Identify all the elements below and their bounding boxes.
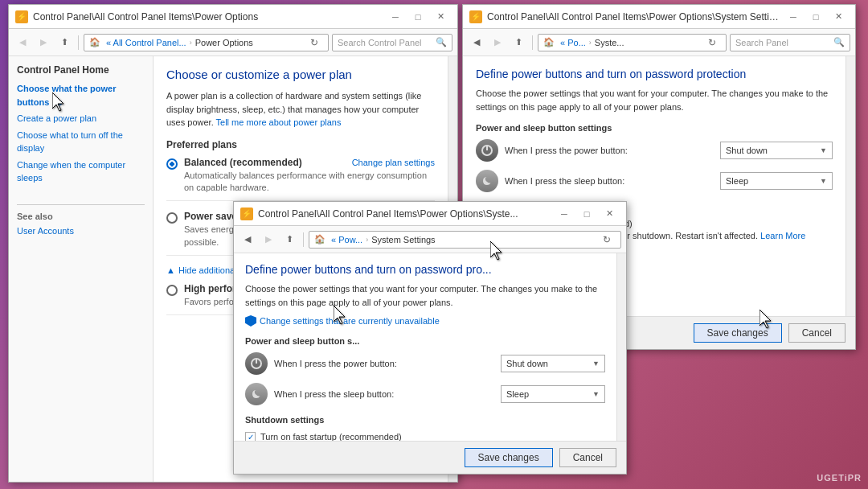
mid-fast-startup-checkbox[interactable]: ✓ [245, 432, 256, 441]
mid-power-button-row: When I press the power button: Shut down… [245, 352, 605, 375]
maximize-button[interactable]: □ [407, 9, 428, 25]
address-bar[interactable]: 🏠 « All Control Panel... › Power Options… [84, 34, 329, 51]
mid-window-controls: ─ □ ✕ [554, 206, 620, 222]
sys-back-button[interactable]: ◀ [468, 34, 485, 51]
sys-breadcrumb-start: « Po... [560, 38, 586, 47]
mid-maximize-button[interactable]: □ [576, 206, 597, 222]
breadcrumb-start: « All Control Panel... [106, 38, 186, 47]
mid-power-section-label: Power and sleep button s... [245, 336, 605, 346]
cancel-button-main[interactable]: Cancel [788, 323, 845, 343]
sidebar-link-computer-sleeps[interactable]: Change when the computer sleeps [17, 158, 145, 185]
back-button[interactable]: ◀ [14, 34, 31, 51]
mid-fast-startup-row: ✓ Turn on fast startup (recommended) Thi… [245, 431, 605, 441]
plan-radio-saver[interactable] [166, 212, 178, 224]
shield-icon [245, 315, 256, 327]
sidebar-link-display-off[interactable]: Choose what to turn off the display [17, 129, 145, 155]
mid-sleep-button-label: When I press the sleep button: [274, 389, 494, 399]
mid-minimize-button[interactable]: ─ [554, 206, 575, 222]
change-unavail-link[interactable]: Change settings that are currently unava… [245, 315, 605, 327]
power-sleep-section-label: Power and sleep button settings [476, 123, 833, 133]
mid-close-button[interactable]: ✕ [599, 206, 620, 222]
plan-radio-highperf[interactable] [166, 285, 178, 296]
power-options-toolbar: ◀ ▶ ⬆ 🏠 « All Control Panel... › Power O… [9, 29, 457, 56]
power-dropdown-arrow: ▼ [820, 146, 827, 154]
mid-power-button-dropdown[interactable]: Shut down ▼ [501, 355, 605, 372]
save-changes-button-main[interactable]: Save changes [694, 323, 782, 343]
sys-minimize-button[interactable]: ─ [783, 9, 804, 25]
system-settings-titlebar: ⚡ Control Panel\All Control Panel Items\… [463, 5, 855, 29]
plan-radio-balanced[interactable] [166, 158, 178, 170]
sleep-dropdown-arrow: ▼ [820, 177, 827, 185]
sidebar-link-create-plan[interactable]: Create a power plan [17, 112, 145, 125]
mid-forward-button[interactable]: ▶ [260, 231, 277, 249]
mid-breadcrumb-current: System Settings [371, 235, 435, 244]
sys-maximize-button[interactable]: □ [805, 9, 826, 25]
mid-window-icon: ⚡ [240, 208, 253, 220]
plan-desc-balanced: Automatically balances performance with … [184, 170, 435, 195]
plan-name-balanced: Balanced (recommended) [184, 157, 302, 168]
search-bar[interactable]: Search Control Panel 🔍 [332, 34, 452, 51]
tell-me-more-link[interactable]: Tell me more about power plans [216, 117, 342, 127]
mid-define-description: Choose the power settings that you want … [245, 282, 605, 309]
sleep-button-label: When I press the sleep button: [505, 176, 714, 186]
mid-location-icon: 🏠 [314, 234, 326, 245]
define-title: Define power buttons and turn on passwor… [476, 68, 833, 80]
sys-up-button[interactable]: ⬆ [510, 34, 527, 51]
sidebar-see-also: See also [17, 204, 145, 221]
plan-item-balanced: Balanced (recommended) Change plan setti… [166, 157, 435, 202]
sys-search-bar[interactable]: Search Panel 🔍 [730, 34, 850, 51]
system-settings-toolbar: ◀ ▶ ⬆ 🏠 « Po... › Syste... ↻ Search Pane… [463, 29, 855, 56]
mid-back-button[interactable]: ◀ [239, 231, 256, 249]
preferred-plans-label: Preferred plans [166, 139, 435, 150]
sidebar-link-user-accounts[interactable]: User Accounts [17, 224, 145, 238]
mid-toolbar: ◀ ▶ ⬆ 🏠 « Pow... › System Settings ↻ [234, 226, 626, 253]
power-options-sidebar: Control Panel Home Choose what the power… [9, 56, 154, 482]
mid-sleep-button-dropdown[interactable]: Sleep ▼ [501, 385, 605, 403]
system-settings-mid-window: ⚡ Control Panel\All Control Panel Items\… [233, 201, 627, 475]
mid-scrollbar[interactable] [616, 253, 626, 441]
breadcrumb-separator: › [190, 39, 192, 47]
refresh-button[interactable]: ↻ [305, 34, 323, 51]
close-button[interactable]: ✕ [430, 9, 451, 25]
mid-refresh-button[interactable]: ↻ [598, 231, 616, 249]
sys-search-icon: 🔍 [833, 37, 845, 47]
sys-close-button[interactable]: ✕ [828, 9, 849, 25]
sidebar-link-power-buttons[interactable]: Choose what the power buttons do [17, 82, 145, 109]
mid-body: Define power buttons and turn on passwor… [234, 253, 626, 441]
mid-sleep-button-icon [245, 383, 268, 405]
mid-address-bar[interactable]: 🏠 « Pow... › System Settings ↻ [309, 231, 621, 249]
change-plan-balanced[interactable]: Change plan settings [339, 158, 435, 167]
search-placeholder: Search Control Panel [338, 38, 422, 47]
sleep-button-dropdown[interactable]: Sleep ▼ [720, 172, 833, 190]
power-button-icon [476, 139, 498, 162]
sys-refresh-button[interactable]: ↻ [703, 34, 721, 51]
power-button-dropdown[interactable]: Shut down ▼ [720, 142, 833, 159]
up-button[interactable]: ⬆ [55, 34, 73, 51]
sys-address-bar[interactable]: 🏠 « Po... › Syste... ↻ [538, 34, 727, 51]
mid-title: Control Panel\All Control Panel Items\Po… [258, 208, 554, 220]
minimize-button[interactable]: ─ [385, 9, 406, 25]
watermark: UGETiPR [817, 473, 862, 483]
save-changes-button-mid[interactable]: Save changes [465, 448, 553, 467]
mid-breadcrumb-start: « Pow... [331, 235, 362, 244]
power-button-label: When I press the power button: [505, 146, 714, 155]
cancel-button-mid[interactable]: Cancel [559, 448, 616, 467]
sys-window-icon: ⚡ [469, 10, 482, 23]
mid-content: Define power buttons and turn on passwor… [234, 253, 616, 441]
search-icon: 🔍 [436, 37, 447, 47]
hide-chevron-icon: ▲ [166, 265, 175, 275]
mid-fast-startup-label: Turn on fast startup (recommended) [260, 432, 402, 441]
mid-footer: Save changes Cancel [234, 441, 626, 474]
sys-scrollbar[interactable] [845, 56, 855, 316]
page-description: A power plan is a collection of hardware… [166, 89, 435, 129]
mid-shutdown-section: Shutdown settings ✓ Turn on fast startup… [245, 415, 605, 441]
window-icon: ⚡ [15, 10, 28, 23]
power-options-title: Control Panel\All Control Panel Items\Po… [33, 11, 385, 23]
learn-more-link[interactable]: Learn More [760, 231, 805, 240]
forward-button[interactable]: ▶ [35, 34, 52, 51]
mid-shutdown-label: Shutdown settings [245, 415, 605, 425]
sys-forward-button[interactable]: ▶ [489, 34, 506, 51]
sys-breadcrumb-current: Syste... [595, 38, 624, 47]
power-button-row: When I press the power button: Shut down… [476, 139, 833, 162]
mid-up-button[interactable]: ⬆ [280, 231, 298, 249]
